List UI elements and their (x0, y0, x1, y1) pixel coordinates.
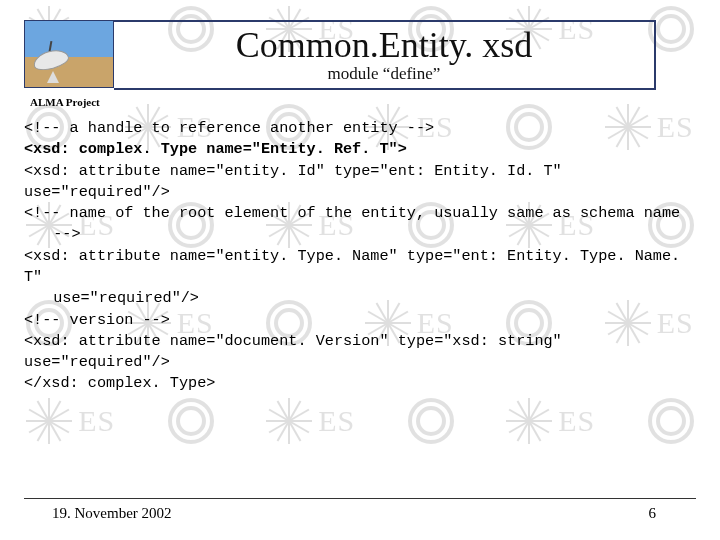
code-line: <xsd: complex. Type name="Entity. Ref. T… (24, 139, 696, 160)
project-label: ALMA Project (30, 96, 696, 108)
slide: Common.Entity. xsd module “define” ALMA … (0, 0, 720, 540)
code-line: </xsd: complex. Type> (24, 373, 696, 394)
code-line: <xsd: attribute name="document. Version"… (24, 331, 696, 374)
slide-header: Common.Entity. xsd module “define” (24, 20, 696, 90)
code-line: <!-- a handle to reference another entit… (24, 118, 696, 139)
footer-page-number: 6 (649, 505, 697, 522)
code-line-bold: <xsd: complex. Type name="Entity. Ref. T… (24, 140, 407, 158)
slide-footer: 19. November 2002 6 (24, 498, 696, 522)
slide-title: Common.Entity. xsd (236, 24, 533, 66)
footer-date: 19. November 2002 (24, 505, 172, 522)
code-block: <!-- a handle to reference another entit… (24, 118, 696, 395)
code-line: <xsd: attribute name="entity. Id" type="… (24, 161, 696, 204)
code-line-cont: use="required"/> (24, 288, 696, 309)
slide-subtitle: module “define” (328, 64, 441, 84)
alma-logo-icon (24, 20, 114, 88)
code-line-cont: --> (24, 224, 696, 245)
code-line: <!-- version --> (24, 310, 696, 331)
title-box: Common.Entity. xsd module “define” (114, 20, 656, 90)
code-line: <xsd: attribute name="entity. Type. Name… (24, 246, 696, 289)
code-line: <!-- name of the root element of the ent… (24, 203, 696, 224)
